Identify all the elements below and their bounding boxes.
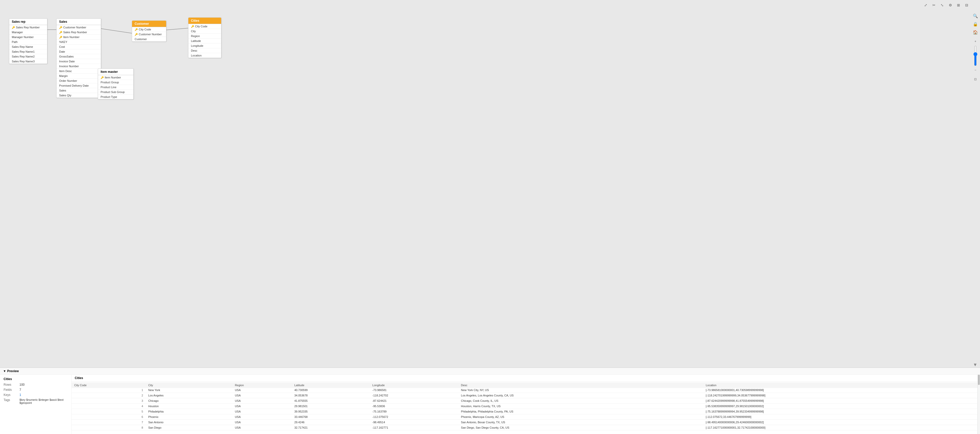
field-item-number-im: 🔑 Item Number (98, 75, 134, 80)
preview-table-section[interactable]: Cities City Code City Region Latitude Lo… (72, 375, 977, 434)
cell-desc: Phoenix, Maricopa County, AZ, US (458, 414, 703, 420)
field-sales-rep-name1: Sales Rep Name1 (9, 49, 47, 54)
key-icon: 🔑 (59, 36, 62, 39)
cell-city-code: 6 (72, 414, 146, 420)
preview-header[interactable]: ▼ Preview (0, 368, 980, 375)
canvas-area[interactable]: ⤢ ✂ ⤡ ⚙ ⊞ ⊟ 🔍 🔒 🏠 + − ⊡ Sales rep 🔑 Sale (0, 0, 980, 367)
zoom-slider-container: + − (972, 38, 979, 74)
field-customer-c: Customer (132, 37, 166, 41)
sales-table: Sales 🔑 Customer Number 🔑 Sales Rep Numb… (56, 18, 101, 98)
field-sales-rep-name2: Sales Rep Name2 (9, 54, 47, 59)
table-row: 6 Phoenix USA 33.446768 -112.075672 Phoe… (72, 414, 977, 420)
preview-table-body: 1 New York USA 40.730599 -73.986581 New … (72, 388, 977, 431)
cell-latitude: 32.717421 (292, 425, 370, 431)
cell-longitude: -118.242702 (370, 393, 458, 398)
zoom-out-icon[interactable]: − (972, 67, 979, 74)
cell-desc: Philadelphia, Philadelphia County, PA, U… (458, 409, 703, 414)
cities-table: Cities 🔑 City Code City Region Latitude … (188, 17, 221, 58)
cell-longitude: -117.162771 (370, 425, 458, 431)
search-icon[interactable]: 🔍 (972, 12, 979, 19)
cell-city-code: 7 (72, 420, 146, 425)
rows-value: 100 (19, 383, 25, 386)
collapse-arrow[interactable]: ▼ (973, 362, 977, 367)
fit-icon[interactable]: ⤢ (923, 2, 929, 8)
cell-latitude: 29.981501 (292, 404, 370, 409)
cell-region: USA (232, 404, 292, 409)
keys-value: 1 (19, 393, 21, 397)
zoom-slider[interactable] (973, 46, 978, 66)
preview-table: City Code City Region Latitude Longitude… (72, 382, 977, 431)
cell-location: [-75.163788999999994,39.952334999999998] (703, 409, 977, 414)
cell-location: [-98.495140000000006,29.424600000000002] (703, 420, 977, 425)
field-sales-rep-number-s: 🔑 Sales Rep Number (57, 30, 101, 35)
field-order-number: Order Number (57, 78, 101, 83)
cell-city-code: 8 (72, 425, 146, 431)
fields-label: Fields (3, 388, 16, 391)
field-margin: Margin (57, 74, 101, 78)
cell-longitude: -112.075672 (370, 414, 458, 420)
col-city-code: City Code (72, 382, 146, 388)
field-city: City (188, 29, 221, 34)
cell-city: Los Angeles (146, 393, 232, 398)
cell-city-code: 2 (72, 393, 146, 398)
customer-table: Customer 🔑 City Code 🔑 Customer Number C… (132, 21, 166, 42)
field-manager-number: Manager Number (9, 35, 47, 40)
table-row: 3 Chicago USA 41.875555 -87.624421 Chica… (72, 398, 977, 404)
field-customer-number-c: 🔑 Customer Number (132, 32, 166, 37)
field-location: Location (188, 53, 221, 58)
cell-location: [-73.986581000000001,40.730598999999998] (703, 388, 977, 393)
table-row: 5 Philadelphia USA 39.952335 -75.163789 … (72, 409, 977, 414)
cell-latitude: 29.4246 (292, 420, 370, 425)
cell-city-code: 4 (72, 404, 146, 409)
cell-city: Phoenix (146, 414, 232, 420)
field-grosssales: GrossSales (57, 54, 101, 59)
cell-latitude: 39.952335 (292, 409, 370, 414)
field-product-sub-group: Product Sub Group (98, 90, 134, 95)
sales-rep-table: Sales rep 🔑 Sales Rep Number Manager Man… (9, 18, 47, 64)
cell-city: San Diego (146, 425, 232, 431)
cell-region: USA (232, 393, 292, 398)
field-latitude: Latitude (188, 39, 221, 43)
cell-region: USA (232, 425, 292, 431)
key-icon: 🔑 (12, 26, 15, 29)
cell-latitude: 40.730599 (292, 388, 370, 393)
field-sales-rep-number: 🔑 Sales Rep Number (9, 25, 47, 30)
cell-desc: Chicago, Cook County, IL, US (458, 398, 703, 404)
zoom-fit-icon[interactable]: ⊡ (972, 76, 979, 83)
zoom-in-icon[interactable]: + (972, 38, 979, 45)
home-icon[interactable]: 🏠 (972, 29, 979, 36)
table-row: 8 San Diego USA 32.717421 -117.162771 Sa… (72, 425, 977, 431)
table-row: 7 San Antonio USA 29.4246 -98.49514 San … (72, 420, 977, 425)
svg-line-1 (101, 29, 132, 33)
cell-region: USA (232, 414, 292, 420)
field-longitude: Longitude (188, 43, 221, 48)
toolbar: ⤢ ✂ ⤡ ⚙ ⊞ ⊟ (923, 2, 970, 8)
compress-icon[interactable]: ⤡ (939, 2, 945, 8)
grid-icon[interactable]: ⊞ (955, 2, 962, 8)
item-master-table-header: Item master (98, 69, 134, 75)
cell-longitude: -87.624421 (370, 398, 458, 404)
field-sales-rep-name: Sales Rep Name (9, 44, 47, 49)
cell-desc: Houston, Harris County, TX, US (458, 404, 703, 409)
cell-longitude: -75.163789 (370, 409, 458, 414)
cell-region: USA (232, 398, 292, 404)
tags-value: $key $numeric $integer $ascii $text $geo… (19, 398, 68, 404)
settings-icon[interactable]: ⚙ (947, 2, 953, 8)
cell-city: Chicago (146, 398, 232, 404)
table-row: 4 Houston USA 29.981501 -95.53836 Housto… (72, 404, 977, 409)
cell-latitude: 33.446768 (292, 414, 370, 420)
key-icon: 🔑 (135, 33, 138, 36)
preview-scrollbar[interactable] (977, 375, 980, 434)
layout-icon[interactable]: ⊟ (964, 2, 970, 8)
cell-city-code: 3 (72, 398, 146, 404)
field-invoice-date: Invoice Date (57, 59, 101, 64)
field-invoice-number: Invoice Number (57, 64, 101, 69)
field-promised-delivery: Promised Delivery Date (57, 83, 101, 88)
lock-icon[interactable]: 🔒 (972, 21, 979, 28)
field-product-group: Product Group (98, 80, 134, 85)
field-region: Region (188, 34, 221, 39)
preview-chevron: ▼ (3, 369, 6, 373)
cut-icon[interactable]: ✂ (931, 2, 937, 8)
field-manager: Manager (9, 30, 47, 35)
field-sales: Sales (57, 88, 101, 93)
